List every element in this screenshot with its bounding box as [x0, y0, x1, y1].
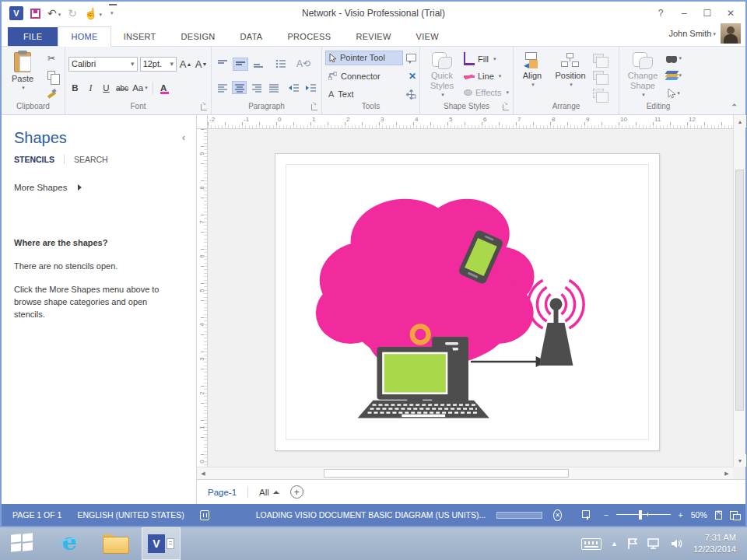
fill-button[interactable]: Fill: [464, 52, 509, 67]
align-button[interactable]: ◀ Align: [517, 50, 548, 102]
line-button[interactable]: Line: [464, 68, 509, 83]
macro-record-icon[interactable]: [200, 510, 209, 520]
rotate-text-button[interactable]: A⟲: [296, 58, 311, 71]
cancel-loading-icon[interactable]: ✕: [553, 509, 562, 521]
scroll-up-icon[interactable]: ▲: [734, 115, 746, 128]
scroll-down-icon[interactable]: ▼: [734, 454, 746, 467]
collapse-panel-icon[interactable]: ‹: [182, 132, 185, 143]
tab-insert[interactable]: INSERT: [111, 27, 169, 46]
align-top-button[interactable]: [215, 58, 230, 71]
stencils-tab[interactable]: STENCILS: [14, 155, 54, 164]
grow-font-button[interactable]: A▲: [179, 57, 192, 71]
quick-styles-button[interactable]: Quick Styles: [423, 50, 461, 102]
connector-arrow[interactable]: [471, 356, 547, 367]
group-button[interactable]: [593, 86, 608, 100]
connection-point-tool-button[interactable]: ✕: [409, 71, 416, 82]
tab-data[interactable]: DATA: [228, 27, 275, 46]
maximize-button[interactable]: ☐: [697, 5, 717, 22]
text-tool-button[interactable]: A Text: [325, 87, 403, 102]
shrink-font-button[interactable]: A▼: [195, 57, 208, 71]
close-button[interactable]: ✕: [721, 5, 741, 22]
tab-home[interactable]: HOME: [58, 26, 110, 47]
presentation-mode-icon[interactable]: [582, 510, 590, 520]
search-tab[interactable]: SEARCH: [74, 155, 108, 164]
underline-button[interactable]: U: [100, 81, 113, 95]
paragraph-dialog-launcher[interactable]: [311, 104, 317, 110]
align-left-button[interactable]: [215, 81, 230, 94]
clock[interactable]: 7:31 AM 12/23/2014: [693, 532, 739, 555]
more-shapes-menu[interactable]: More Shapes: [14, 183, 196, 192]
increase-indent-button[interactable]: [303, 81, 318, 94]
customize-qat-button[interactable]: [109, 4, 117, 19]
tab-view[interactable]: VIEW: [404, 27, 451, 46]
italic-button[interactable]: I: [84, 81, 97, 95]
shape-styles-dialog-launcher[interactable]: [503, 104, 509, 110]
undo-button[interactable]: ↶: [47, 8, 61, 19]
font-color-button[interactable]: A: [157, 81, 170, 95]
fit-page-icon[interactable]: [715, 511, 722, 520]
scroll-right-icon[interactable]: ▶: [721, 467, 733, 480]
scroll-left-icon[interactable]: ◀: [197, 467, 209, 480]
font-dialog-launcher[interactable]: [201, 104, 207, 110]
connector-tool-button[interactable]: Connector: [325, 68, 405, 83]
strikethrough-button[interactable]: abc: [115, 81, 129, 95]
visio-taskbar-button[interactable]: V: [142, 527, 181, 560]
zoom-level[interactable]: 50%: [691, 510, 707, 520]
change-shape-button[interactable]: Change Shape: [622, 50, 663, 102]
drawing-area[interactable]: [208, 129, 733, 467]
send-backward-button[interactable]: [593, 68, 608, 82]
pointer-tool-button[interactable]: Pointer Tool: [325, 51, 403, 65]
language-status[interactable]: ENGLISH (UNITED STATES): [69, 510, 191, 520]
decrease-indent-button[interactable]: [286, 81, 301, 94]
help-button[interactable]: ?: [651, 5, 671, 22]
tab-process[interactable]: PROCESS: [275, 27, 343, 46]
justify-button[interactable]: [266, 81, 281, 94]
rectangle-tool-button[interactable]: [406, 54, 416, 61]
insert-page-button[interactable]: +: [290, 485, 303, 499]
select-button[interactable]: [666, 86, 682, 100]
position-button[interactable]: Position: [551, 50, 590, 102]
bold-button[interactable]: B: [68, 81, 82, 95]
volume-icon[interactable]: [671, 538, 684, 549]
page[interactable]: [275, 153, 660, 451]
v-scroll-thumb[interactable]: [735, 170, 744, 411]
account-menu[interactable]: John Smith: [668, 23, 741, 44]
align-right-button[interactable]: [249, 81, 264, 94]
align-middle-button[interactable]: [233, 58, 248, 71]
switch-windows-icon[interactable]: [730, 511, 738, 520]
tab-file[interactable]: FILE: [8, 27, 58, 46]
zoom-slider[interactable]: [616, 509, 671, 520]
collapse-ribbon-button[interactable]: ⌃: [731, 103, 738, 111]
change-case-button[interactable]: Aa: [132, 81, 149, 95]
start-button[interactable]: [11, 534, 37, 554]
format-painter-button[interactable]: [44, 86, 59, 100]
paste-button[interactable]: Paste: [5, 50, 40, 102]
all-pages-menu[interactable]: All: [259, 488, 279, 497]
bullets-button[interactable]: [273, 58, 289, 71]
tab-review[interactable]: REVIEW: [343, 27, 403, 46]
page-tab[interactable]: Page-1: [208, 488, 237, 497]
zoom-out-button[interactable]: −: [596, 510, 610, 520]
find-button[interactable]: [666, 51, 682, 65]
h-scrollbar[interactable]: ◀ ▶: [197, 467, 733, 479]
internet-explorer-icon[interactable]: e: [58, 532, 81, 555]
align-bottom-button[interactable]: [251, 58, 266, 71]
effects-button[interactable]: Effects: [464, 86, 509, 100]
antenna-shape[interactable]: [528, 280, 584, 366]
cloud-shape[interactable]: [316, 199, 535, 373]
redo-button[interactable]: ↻: [68, 8, 77, 19]
layers-button[interactable]: [666, 68, 682, 82]
touch-mode-button[interactable]: ☝: [84, 8, 102, 19]
bring-forward-button[interactable]: [593, 51, 608, 65]
network-icon[interactable]: [647, 538, 661, 549]
page-count-status[interactable]: PAGE 1 OF 1: [2, 510, 69, 520]
font-size-select[interactable]: 12pt.▾: [140, 57, 177, 72]
text-block-tool-icon[interactable]: [406, 89, 416, 100]
action-center-flag-icon[interactable]: [627, 537, 638, 550]
h-scroll-thumb[interactable]: [324, 469, 569, 478]
zoom-slider-thumb[interactable]: [639, 510, 642, 520]
v-scrollbar[interactable]: ▲ ▼: [733, 115, 745, 467]
file-explorer-icon[interactable]: [103, 534, 128, 553]
minimize-button[interactable]: –: [674, 5, 694, 22]
font-family-select[interactable]: Calibri▾: [68, 57, 138, 72]
